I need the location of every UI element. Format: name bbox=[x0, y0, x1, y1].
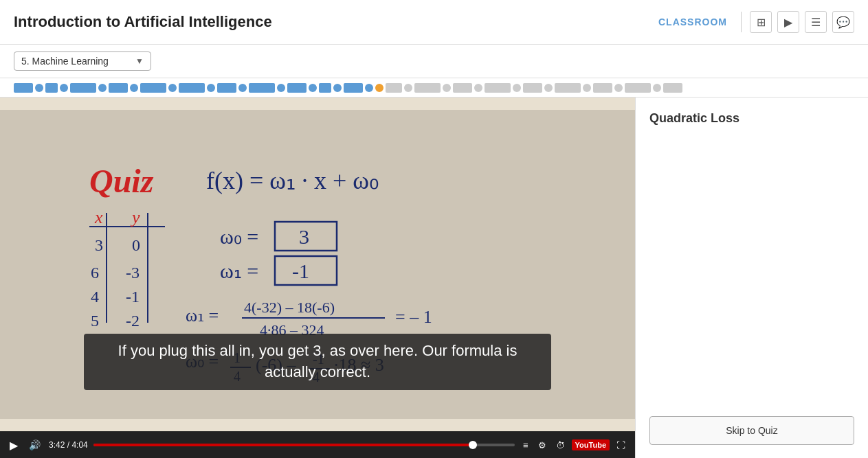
prog-seg bbox=[287, 83, 307, 93]
main-content: Quiz f(x) = ω₁ · x + ω₀ x y 3 bbox=[0, 98, 868, 458]
prog-dot bbox=[309, 84, 317, 92]
prog-seg bbox=[485, 83, 511, 93]
svg-text:ω₁ =: ω₁ = bbox=[220, 260, 258, 282]
svg-text:-1: -1 bbox=[292, 260, 309, 282]
progress-bar[interactable] bbox=[0, 78, 868, 98]
svg-text:5: 5 bbox=[91, 312, 99, 330]
prog-dot bbox=[443, 84, 451, 92]
prog-dot-current bbox=[375, 84, 383, 92]
prog-dot bbox=[130, 84, 138, 92]
prog-dot bbox=[614, 84, 623, 92]
svg-text:-3: -3 bbox=[126, 264, 140, 282]
prog-seg bbox=[344, 83, 363, 93]
svg-text:= – 1: = – 1 bbox=[395, 307, 432, 327]
youtube-logo: YouTube bbox=[572, 439, 610, 450]
svg-text:6: 6 bbox=[91, 264, 99, 282]
svg-text:ω₁ =: ω₁ = bbox=[186, 306, 219, 325]
svg-text:3: 3 bbox=[299, 225, 309, 248]
video-controls: ▶ 🔊 3:42 / 4:04 ≡ ⚙ ⏱ YouTube ⛶ bbox=[0, 431, 635, 458]
prog-dot bbox=[474, 84, 482, 92]
svg-text:4(-32) – 18(-6): 4(-32) – 18(-6) bbox=[244, 299, 335, 316]
prog-dot bbox=[404, 84, 412, 92]
video-progress-track[interactable] bbox=[93, 444, 515, 446]
prog-seg bbox=[386, 83, 402, 93]
prog-seg bbox=[555, 83, 581, 93]
header-actions: CLASSROOM ⊞ ▶ ☰ 💬 bbox=[658, 11, 854, 33]
module-label: 5. Machine Learning bbox=[21, 56, 109, 67]
prog-seg bbox=[179, 83, 205, 93]
svg-text:ω₀ =: ω₀ = bbox=[220, 225, 258, 248]
header-divider bbox=[741, 12, 742, 32]
time-current: 3:42 bbox=[49, 440, 65, 450]
svg-text:3: 3 bbox=[95, 236, 103, 254]
classroom-link[interactable]: CLASSROOM bbox=[658, 16, 727, 27]
prog-dot bbox=[653, 84, 661, 92]
prog-seg bbox=[593, 83, 612, 93]
prog-dot bbox=[333, 84, 342, 92]
chat-icon[interactable]: 💬 bbox=[832, 11, 854, 33]
header: Introduction to Artificial Intelligence … bbox=[0, 0, 868, 45]
svg-text:-2: -2 bbox=[126, 312, 140, 330]
time-display: 3:42 / 4:04 bbox=[49, 440, 88, 450]
prog-seg bbox=[625, 83, 651, 93]
prog-dot bbox=[207, 84, 215, 92]
svg-text:Quiz: Quiz bbox=[89, 163, 154, 199]
prog-seg bbox=[319, 83, 331, 93]
doc-icon[interactable]: ☰ bbox=[805, 11, 827, 33]
svg-text:-1: -1 bbox=[126, 288, 140, 306]
play-button[interactable]: ▶ bbox=[7, 437, 21, 453]
prog-seg bbox=[70, 83, 96, 93]
play-icon[interactable]: ▶ bbox=[777, 11, 799, 33]
skip-to-quiz-button[interactable]: Skip to Quiz bbox=[649, 416, 854, 445]
prog-seg bbox=[663, 83, 682, 93]
video-area: Quiz f(x) = ω₁ · x + ω₀ x y 3 bbox=[0, 98, 635, 431]
video-panel: Quiz f(x) = ω₁ · x + ω₀ x y 3 bbox=[0, 98, 635, 458]
svg-text:4: 4 bbox=[91, 288, 99, 306]
prog-seg bbox=[14, 83, 33, 93]
video-progress-fill bbox=[93, 444, 473, 446]
time-total: 4:04 bbox=[71, 440, 87, 450]
module-bar: 5. Machine Learning ▼ bbox=[0, 45, 868, 78]
prog-dot bbox=[238, 84, 247, 92]
prog-dot bbox=[277, 84, 285, 92]
video-progress-thumb bbox=[469, 441, 477, 449]
grid-icon[interactable]: ⊞ bbox=[750, 11, 772, 33]
svg-text:0: 0 bbox=[132, 236, 140, 254]
sidebar: Quadratic Loss Skip to Quiz bbox=[635, 98, 868, 458]
prog-dot bbox=[365, 84, 373, 92]
svg-text:y: y bbox=[130, 207, 140, 227]
prog-seg bbox=[45, 83, 58, 93]
prog-seg bbox=[453, 83, 472, 93]
svg-text:x: x bbox=[94, 207, 103, 227]
fullscreen-button[interactable]: ⛶ bbox=[614, 439, 628, 452]
controls-right: ≡ ⚙ ⏱ YouTube ⛶ bbox=[520, 439, 628, 452]
prog-seg bbox=[523, 83, 542, 93]
clock-button[interactable]: ⏱ bbox=[553, 439, 568, 452]
sidebar-title: Quadratic Loss bbox=[649, 111, 854, 126]
subtitle-overlay: If you plug this all in, you get 3, as o… bbox=[84, 334, 551, 390]
prog-seg bbox=[414, 83, 441, 93]
svg-text:f(x) = ω₁ · x + ω₀: f(x) = ω₁ · x + ω₀ bbox=[206, 167, 379, 194]
page-title: Introduction to Artificial Intelligence bbox=[14, 13, 272, 31]
prog-dot bbox=[35, 84, 43, 92]
prog-dot bbox=[544, 84, 553, 92]
captions-button[interactable]: ≡ bbox=[520, 439, 531, 452]
volume-button[interactable]: 🔊 bbox=[26, 438, 43, 452]
prog-seg bbox=[109, 83, 128, 93]
subtitle-text: If you plug this all in, you get 3, as o… bbox=[118, 342, 518, 380]
prog-dot bbox=[513, 84, 521, 92]
module-select[interactable]: 5. Machine Learning ▼ bbox=[14, 51, 151, 71]
settings-button[interactable]: ⚙ bbox=[535, 439, 549, 452]
chevron-down-icon: ▼ bbox=[135, 56, 144, 66]
prog-dot bbox=[98, 84, 107, 92]
prog-dot bbox=[583, 84, 591, 92]
prog-seg bbox=[249, 83, 275, 93]
prog-dot bbox=[60, 84, 68, 92]
prog-dot bbox=[168, 84, 177, 92]
prog-seg bbox=[140, 83, 166, 93]
prog-seg bbox=[217, 83, 236, 93]
